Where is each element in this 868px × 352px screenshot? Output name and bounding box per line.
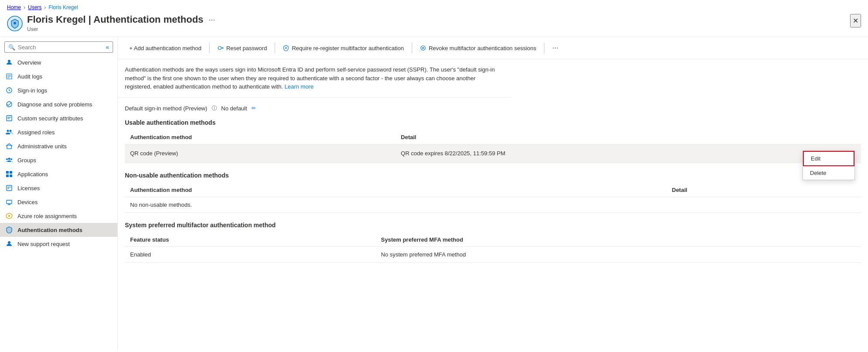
- diagnose-icon: [5, 100, 13, 108]
- svg-rect-20: [10, 171, 12, 174]
- svg-point-14: [10, 130, 12, 132]
- context-menu-delete[interactable]: Delete: [803, 166, 854, 180]
- usable-col-detail: Detail: [396, 130, 826, 144]
- context-menu-edit[interactable]: Edit: [803, 151, 854, 166]
- sidebar-item-diagnose[interactable]: Diagnose and solve problems: [0, 97, 117, 111]
- svg-rect-22: [10, 174, 12, 177]
- search-input[interactable]: [18, 44, 103, 51]
- default-signin-edit-icon[interactable]: ✏: [251, 105, 256, 111]
- toolbar-separator-2: [275, 43, 275, 53]
- revoke-mfa-button[interactable]: Revoke multifactor authentication sessio…: [416, 42, 541, 54]
- table-row: Enabled No system preferred MFA method: [125, 246, 861, 262]
- groups-icon: [5, 156, 13, 164]
- sidebar-item-licenses-label: Licenses: [17, 185, 40, 191]
- support-icon: [5, 240, 13, 248]
- sidebar-item-devices[interactable]: Devices: [0, 195, 117, 209]
- info-icon: ⓘ: [212, 105, 217, 112]
- assigned-roles-icon: [5, 128, 13, 136]
- sidebar-item-overview-label: Overview: [17, 59, 41, 66]
- usable-section-title: Usable authentication methods: [125, 119, 861, 126]
- svg-point-16: [8, 158, 10, 160]
- usable-col-actions: [826, 130, 861, 144]
- search-box[interactable]: 🔍 «: [4, 41, 113, 53]
- svg-rect-15: [7, 145, 11, 149]
- sidebar-item-auth-methods[interactable]: Authentication methods: [0, 223, 117, 237]
- sidebar-item-assigned-roles[interactable]: Assigned roles: [0, 125, 117, 139]
- sidebar-item-support[interactable]: New support request: [0, 237, 117, 251]
- sidebar-item-applications[interactable]: Applications: [0, 167, 117, 181]
- require-reregister-button[interactable]: Require re-register multifactor authenti…: [279, 42, 408, 54]
- signin-logs-icon: [5, 86, 13, 94]
- sidebar-item-licenses[interactable]: Licenses: [0, 181, 117, 195]
- usable-auth-table: Authentication method Detail QR code (Pr…: [125, 130, 861, 163]
- audit-logs-icon: [5, 72, 13, 80]
- table-row: QR code (Preview) QR code expires 8/22/2…: [125, 144, 861, 163]
- sidebar-item-auth-methods-label: Authentication methods: [17, 227, 83, 233]
- custom-security-icon: [5, 114, 13, 122]
- toolbar-separator-3: [412, 43, 412, 53]
- close-button[interactable]: ✕: [850, 14, 861, 27]
- sidebar-item-audit-logs-label: Audit logs: [17, 73, 42, 80]
- sidebar-item-support-label: New support request: [17, 241, 70, 247]
- sidebar-item-applications-label: Applications: [17, 171, 48, 178]
- sidebar-item-custom-security-label: Custom security attributes: [17, 115, 83, 122]
- collapse-icon[interactable]: «: [106, 44, 109, 51]
- main-layout: 🔍 « Overview Audit logs Sign-: [0, 37, 868, 350]
- svg-point-31: [218, 47, 221, 50]
- sidebar-item-devices-label: Devices: [17, 199, 38, 205]
- page-subtitle: User: [27, 26, 215, 32]
- learn-more-link[interactable]: Learn more: [285, 83, 313, 90]
- sidebar-item-admin-units-label: Administrative units: [17, 143, 67, 150]
- sidebar-item-overview[interactable]: Overview: [0, 55, 117, 69]
- svg-rect-23: [7, 185, 12, 191]
- system-row-method: No system preferred MFA method: [376, 246, 861, 262]
- default-signin-row: Default sign-in method (Preview) ⓘ No de…: [125, 105, 861, 112]
- revoke-mfa-label: Revoke multifactor authentication sessio…: [429, 45, 536, 51]
- system-section-title: System preferred multifactor authenticat…: [125, 222, 861, 229]
- system-mfa-table: Feature status System preferred MFA meth…: [125, 233, 861, 263]
- sidebar-item-azure-roles[interactable]: Azure role assignments: [0, 209, 117, 223]
- svg-rect-10: [7, 116, 12, 121]
- search-icon: 🔍: [8, 44, 15, 51]
- licenses-icon: [5, 184, 13, 192]
- breadcrumb-users[interactable]: Users: [28, 4, 41, 10]
- sidebar-item-signin-logs[interactable]: Sign-in logs: [0, 83, 117, 97]
- sidebar-item-azure-roles-label: Azure role assignments: [17, 213, 77, 219]
- add-auth-method-button[interactable]: + Add authentication method: [125, 42, 206, 54]
- sidebar-item-admin-units[interactable]: Administrative units: [0, 139, 117, 153]
- reset-password-button[interactable]: Reset password: [213, 42, 271, 54]
- user-shield-icon: [7, 16, 23, 31]
- toolbar-separator-1: [209, 43, 210, 53]
- svg-point-3: [8, 60, 10, 62]
- table-row: No non-usable methods.: [125, 197, 861, 212]
- context-menu: Edit Delete: [803, 150, 855, 180]
- nav-list: Overview Audit logs Sign-in logs Diagnos…: [0, 55, 117, 251]
- svg-point-29: [8, 215, 10, 217]
- sidebar: 🔍 « Overview Audit logs Sign-: [0, 37, 118, 350]
- system-section: System preferred multifactor authenticat…: [125, 222, 861, 263]
- svg-point-32: [286, 47, 287, 49]
- svg-point-17: [6, 158, 8, 160]
- sidebar-item-groups[interactable]: Groups: [0, 153, 117, 167]
- key-icon: [217, 45, 224, 51]
- sidebar-item-audit-logs[interactable]: Audit logs: [0, 69, 117, 83]
- svg-rect-21: [6, 174, 9, 177]
- breadcrumb: Home › Users › Floris Kregel: [0, 0, 868, 12]
- non-usable-col-detail: Detail: [667, 183, 861, 197]
- non-usable-col-method: Authentication method: [125, 183, 667, 197]
- sidebar-item-diagnose-label: Diagnose and solve problems: [17, 101, 92, 108]
- sidebar-item-assigned-roles-label: Assigned roles: [17, 129, 55, 136]
- content-area: Default sign-in method (Preview) ⓘ No de…: [118, 98, 868, 278]
- applications-icon: [5, 170, 13, 178]
- header-more-button[interactable]: ···: [209, 15, 215, 24]
- non-usable-auth-table: Authentication method Detail No non-usab…: [125, 183, 861, 213]
- sidebar-item-custom-security[interactable]: Custom security attributes: [0, 111, 117, 125]
- no-non-usable-text: No non-usable methods.: [125, 197, 861, 212]
- devices-icon: [5, 198, 13, 206]
- non-usable-section-title: Non-usable authentication methods: [125, 172, 861, 179]
- breadcrumb-home[interactable]: Home: [7, 4, 21, 10]
- toolbar-more-button[interactable]: ···: [548, 41, 562, 55]
- shield-icon: [283, 45, 289, 51]
- breadcrumb-current: Floris Kregel: [48, 4, 78, 10]
- page-header: Floris Kregel | Authentication methods ·…: [0, 12, 868, 37]
